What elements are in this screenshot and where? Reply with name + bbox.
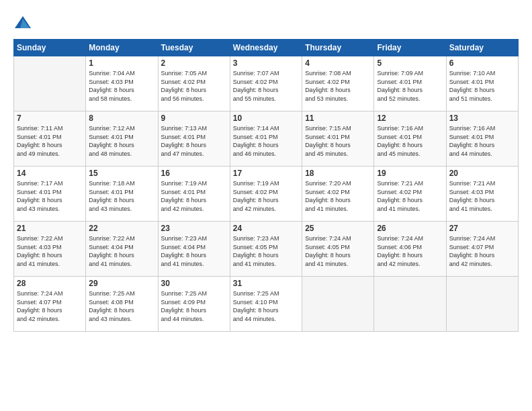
calendar-cell: 31Sunrise: 7:25 AM Sunset: 4:10 PM Dayli… [230, 277, 302, 332]
day-number: 17 [233, 169, 299, 178]
day-detail: Sunrise: 7:21 AM Sunset: 4:02 PM Dayligh… [377, 179, 443, 213]
calendar-cell [374, 277, 446, 332]
calendar-cell: 5Sunrise: 7:09 AM Sunset: 4:01 PM Daylig… [374, 56, 446, 111]
page: SundayMondayTuesdayWednesdayThursdayFrid… [0, 0, 532, 411]
day-detail: Sunrise: 7:16 AM Sunset: 4:01 PM Dayligh… [377, 124, 443, 158]
day-detail: Sunrise: 7:13 AM Sunset: 4:01 PM Dayligh… [161, 124, 227, 158]
day-number: 8 [89, 113, 154, 123]
weekday-header-row: SundayMondayTuesdayWednesdayThursdayFrid… [14, 40, 519, 56]
day-detail: Sunrise: 7:12 AM Sunset: 4:01 PM Dayligh… [89, 124, 154, 158]
calendar-cell: 29Sunrise: 7:25 AM Sunset: 4:08 PM Dayli… [86, 277, 158, 332]
day-detail: Sunrise: 7:04 AM Sunset: 4:03 PM Dayligh… [89, 69, 154, 103]
calendar-cell: 11Sunrise: 7:15 AM Sunset: 4:01 PM Dayli… [302, 111, 374, 167]
calendar-cell: 3Sunrise: 7:07 AM Sunset: 4:02 PM Daylig… [230, 56, 302, 111]
calendar-cell: 16Sunrise: 7:19 AM Sunset: 4:01 PM Dayli… [158, 167, 230, 222]
day-number: 2 [161, 58, 227, 68]
day-detail: Sunrise: 7:10 AM Sunset: 4:01 PM Dayligh… [449, 69, 515, 103]
calendar-cell: 18Sunrise: 7:20 AM Sunset: 4:02 PM Dayli… [302, 167, 374, 222]
calendar-cell: 26Sunrise: 7:24 AM Sunset: 4:06 PM Dayli… [374, 222, 446, 277]
day-detail: Sunrise: 7:05 AM Sunset: 4:02 PM Dayligh… [161, 69, 227, 103]
day-number: 16 [161, 169, 227, 178]
calendar-cell: 9Sunrise: 7:13 AM Sunset: 4:01 PM Daylig… [158, 111, 230, 167]
day-number: 30 [161, 279, 227, 288]
calendar-cell: 8Sunrise: 7:12 AM Sunset: 4:01 PM Daylig… [86, 111, 158, 167]
day-detail: Sunrise: 7:20 AM Sunset: 4:02 PM Dayligh… [305, 179, 371, 213]
day-number: 31 [233, 279, 299, 288]
day-detail: Sunrise: 7:09 AM Sunset: 4:01 PM Dayligh… [377, 69, 443, 103]
day-number: 24 [233, 224, 299, 233]
calendar-cell: 30Sunrise: 7:25 AM Sunset: 4:09 PM Dayli… [158, 277, 230, 332]
day-number: 19 [377, 169, 443, 178]
day-number: 29 [89, 279, 154, 288]
calendar-cell [446, 277, 518, 332]
day-number: 11 [305, 113, 371, 123]
calendar-cell: 7Sunrise: 7:11 AM Sunset: 4:01 PM Daylig… [14, 111, 86, 167]
day-number: 28 [17, 279, 83, 288]
week-row-2: 14Sunrise: 7:17 AM Sunset: 4:01 PM Dayli… [14, 167, 519, 222]
day-detail: Sunrise: 7:22 AM Sunset: 4:04 PM Dayligh… [89, 234, 154, 268]
day-number: 3 [233, 58, 299, 68]
day-detail: Sunrise: 7:17 AM Sunset: 4:01 PM Dayligh… [17, 179, 83, 213]
day-detail: Sunrise: 7:15 AM Sunset: 4:01 PM Dayligh… [305, 124, 371, 158]
calendar-cell: 24Sunrise: 7:23 AM Sunset: 4:05 PM Dayli… [230, 222, 302, 277]
calendar-cell: 10Sunrise: 7:14 AM Sunset: 4:01 PM Dayli… [230, 111, 302, 167]
weekday-header-tuesday: Tuesday [158, 40, 230, 56]
day-detail: Sunrise: 7:24 AM Sunset: 4:06 PM Dayligh… [377, 234, 443, 268]
calendar-cell: 25Sunrise: 7:24 AM Sunset: 4:05 PM Dayli… [302, 222, 374, 277]
day-number: 1 [89, 58, 154, 68]
calendar-cell: 20Sunrise: 7:21 AM Sunset: 4:03 PM Dayli… [446, 167, 518, 222]
day-detail: Sunrise: 7:19 AM Sunset: 4:01 PM Dayligh… [161, 179, 227, 213]
day-number: 21 [17, 224, 83, 233]
day-number: 26 [377, 224, 443, 233]
calendar: SundayMondayTuesdayWednesdayThursdayFrid… [13, 39, 519, 332]
day-detail: Sunrise: 7:24 AM Sunset: 4:07 PM Dayligh… [449, 234, 515, 268]
day-detail: Sunrise: 7:21 AM Sunset: 4:03 PM Dayligh… [449, 179, 515, 213]
week-row-4: 28Sunrise: 7:24 AM Sunset: 4:07 PM Dayli… [14, 277, 519, 332]
logo-icon [13, 13, 32, 32]
day-detail: Sunrise: 7:07 AM Sunset: 4:02 PM Dayligh… [233, 69, 299, 103]
calendar-cell [14, 56, 86, 111]
day-detail: Sunrise: 7:18 AM Sunset: 4:01 PM Dayligh… [89, 179, 154, 213]
calendar-cell: 19Sunrise: 7:21 AM Sunset: 4:02 PM Dayli… [374, 167, 446, 222]
day-detail: Sunrise: 7:25 AM Sunset: 4:09 PM Dayligh… [161, 289, 227, 323]
weekday-header-saturday: Saturday [446, 40, 518, 56]
calendar-cell: 13Sunrise: 7:16 AM Sunset: 4:01 PM Dayli… [446, 111, 518, 167]
day-number: 12 [377, 113, 443, 123]
calendar-cell: 1Sunrise: 7:04 AM Sunset: 4:03 PM Daylig… [86, 56, 158, 111]
day-number: 10 [233, 113, 299, 123]
calendar-cell: 23Sunrise: 7:23 AM Sunset: 4:04 PM Dayli… [158, 222, 230, 277]
day-number: 18 [305, 169, 371, 178]
day-detail: Sunrise: 7:11 AM Sunset: 4:01 PM Dayligh… [17, 124, 83, 158]
day-detail: Sunrise: 7:25 AM Sunset: 4:10 PM Dayligh… [233, 289, 299, 323]
week-row-1: 7Sunrise: 7:11 AM Sunset: 4:01 PM Daylig… [14, 111, 519, 167]
calendar-cell: 12Sunrise: 7:16 AM Sunset: 4:01 PM Dayli… [374, 111, 446, 167]
day-number: 13 [449, 113, 515, 123]
day-detail: Sunrise: 7:24 AM Sunset: 4:07 PM Dayligh… [17, 289, 83, 323]
weekday-header-wednesday: Wednesday [230, 40, 302, 56]
calendar-cell: 28Sunrise: 7:24 AM Sunset: 4:07 PM Dayli… [14, 277, 86, 332]
week-row-3: 21Sunrise: 7:22 AM Sunset: 4:03 PM Dayli… [14, 222, 519, 277]
day-number: 14 [17, 169, 83, 178]
day-detail: Sunrise: 7:25 AM Sunset: 4:08 PM Dayligh… [89, 289, 154, 323]
calendar-cell: 15Sunrise: 7:18 AM Sunset: 4:01 PM Dayli… [86, 167, 158, 222]
weekday-header-sunday: Sunday [14, 40, 86, 56]
day-number: 6 [449, 58, 515, 68]
calendar-cell: 27Sunrise: 7:24 AM Sunset: 4:07 PM Dayli… [446, 222, 518, 277]
calendar-cell: 14Sunrise: 7:17 AM Sunset: 4:01 PM Dayli… [14, 167, 86, 222]
day-detail: Sunrise: 7:24 AM Sunset: 4:05 PM Dayligh… [305, 234, 371, 268]
header [13, 11, 519, 32]
calendar-cell [302, 277, 374, 332]
calendar-cell: 21Sunrise: 7:22 AM Sunset: 4:03 PM Dayli… [14, 222, 86, 277]
day-number: 27 [449, 224, 515, 233]
calendar-cell: 6Sunrise: 7:10 AM Sunset: 4:01 PM Daylig… [446, 56, 518, 111]
day-detail: Sunrise: 7:23 AM Sunset: 4:05 PM Dayligh… [233, 234, 299, 268]
day-number: 5 [377, 58, 443, 68]
calendar-cell: 22Sunrise: 7:22 AM Sunset: 4:04 PM Dayli… [86, 222, 158, 277]
day-detail: Sunrise: 7:19 AM Sunset: 4:02 PM Dayligh… [233, 179, 299, 213]
day-number: 23 [161, 224, 227, 233]
weekday-header-friday: Friday [374, 40, 446, 56]
day-number: 7 [17, 113, 83, 123]
day-detail: Sunrise: 7:16 AM Sunset: 4:01 PM Dayligh… [449, 124, 515, 158]
weekday-header-monday: Monday [86, 40, 158, 56]
day-detail: Sunrise: 7:22 AM Sunset: 4:03 PM Dayligh… [17, 234, 83, 268]
